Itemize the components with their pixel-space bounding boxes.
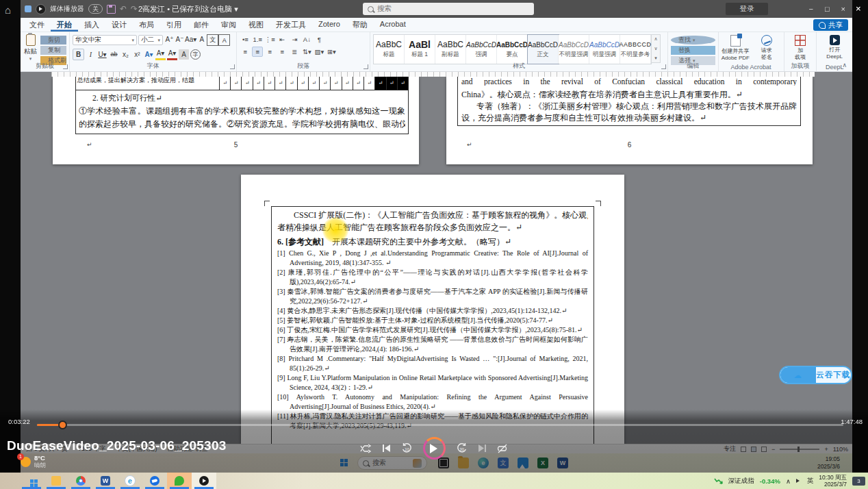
dialog-launcher-icon[interactable] xyxy=(363,64,368,69)
play-button[interactable] xyxy=(423,437,446,460)
multilevel-list-icon[interactable]: ⋮≡ xyxy=(264,34,275,45)
text-effects-icon[interactable]: A▾ xyxy=(144,49,154,60)
style-item[interactable]: AABBCCD 不明显参考 xyxy=(620,35,651,64)
page-6[interactable]: and practices in the revival of Confucia… xyxy=(446,77,813,164)
addins-button[interactable]: 加 载项 xyxy=(787,34,814,60)
player-close-icon[interactable]: × xyxy=(856,3,861,14)
stock-name[interactable]: 深证成指 xyxy=(728,477,754,486)
font-size-combo[interactable]: 小二▾ xyxy=(138,35,163,45)
ribbon-tab[interactable]: 设计 xyxy=(105,18,133,32)
seek-handle[interactable] xyxy=(58,421,67,429)
undo-icon[interactable]: ↶ xyxy=(120,5,127,13)
numbering-icon[interactable]: 1.≡ xyxy=(252,34,263,45)
enclose-char-icon[interactable]: 字 xyxy=(190,49,201,60)
italic-icon[interactable]: I xyxy=(86,49,96,60)
char-shading-icon[interactable]: A xyxy=(179,49,189,60)
paste-button[interactable]: 粘贴 ▾ xyxy=(23,34,38,65)
style-item[interactable]: AaBbC 标题 xyxy=(374,35,405,64)
media-player-icon[interactable] xyxy=(36,4,46,14)
underline-icon[interactable]: U▾ xyxy=(97,49,107,60)
create-share-pdf-button[interactable]: 创建并共享 Adobe PDF xyxy=(722,34,750,61)
copy-icon[interactable]: 复制 xyxy=(40,46,66,55)
seek-bar[interactable] xyxy=(37,424,843,426)
distribute-icon[interactable]: ≣ xyxy=(289,47,300,57)
input-language[interactable]: 英 xyxy=(807,477,814,486)
style-item[interactable]: AaBbCcD 不明显强调 xyxy=(559,35,589,64)
decrease-indent-icon[interactable]: ⇤ xyxy=(277,34,288,45)
duoease-player-icon[interactable] xyxy=(192,473,216,489)
cloud-download-button[interactable]: ☁ 云吞下载 xyxy=(779,366,852,384)
forward-30-icon[interactable]: 30 xyxy=(456,442,468,454)
ribbon-tab[interactable]: 开始 xyxy=(51,18,78,32)
minimize-icon[interactable]: − xyxy=(808,5,813,13)
word-icon[interactable]: W xyxy=(93,473,118,489)
request-signature-button[interactable]: 请求 签名 xyxy=(752,34,781,61)
style-item[interactable]: AaBl 标题 1 xyxy=(405,35,435,64)
increase-indent-icon[interactable]: ⇥ xyxy=(289,34,300,45)
phonetic-guide-icon[interactable]: 文 xyxy=(207,34,218,46)
word-search-box[interactable]: 搜索 xyxy=(363,3,534,15)
tray-expand-icon[interactable]: ∧ xyxy=(786,477,791,485)
style-item[interactable]: AaBbCcD 要点 xyxy=(497,35,528,64)
dingtalk-icon[interactable] xyxy=(142,473,167,489)
ribbon-tab[interactable]: 开发工具 xyxy=(270,18,312,32)
shrink-font-icon[interactable]: A⁻ xyxy=(175,34,185,45)
superscript-icon[interactable]: x² xyxy=(132,49,142,60)
sort-icon[interactable]: A↓ xyxy=(301,34,312,45)
borders-icon[interactable]: ⊞▾ xyxy=(326,47,337,57)
style-item[interactable]: AaBbCcD 明显强调 xyxy=(589,35,620,64)
ribbon-tab[interactable]: 审阅 xyxy=(215,18,242,32)
rewind-10-icon[interactable]: 10 xyxy=(401,442,413,454)
grow-font-icon[interactable]: A⁺ xyxy=(164,34,175,45)
page-7[interactable]: CSSCI 扩展版(二作)：《人工智能广告负面效应：基于顾客旅程的视角》。核心观… xyxy=(241,175,624,444)
page-5[interactable]: 总结成果，提出解决方案，推动应用，结题 ↵↵↵↵↵↵↵↵↵↵↵↵↵↵↵↵↵ 2.… xyxy=(53,77,419,164)
document-area[interactable]: 总结成果，提出解决方案，推动应用，结题 ↵↵↵↵↵↵↵↵↵↵↵↵↵↵↵↵↵ 2.… xyxy=(21,77,852,444)
clear-format-icon[interactable]: A xyxy=(196,34,207,45)
bold-icon[interactable]: B xyxy=(73,49,84,60)
justify-icon[interactable]: ≡ xyxy=(277,47,288,57)
align-center-icon[interactable]: ≡ xyxy=(252,47,263,57)
dialog-launcher-icon[interactable] xyxy=(230,64,235,69)
next-icon[interactable] xyxy=(478,444,487,453)
word-close-icon[interactable]: × xyxy=(841,5,845,13)
show-marks-icon[interactable]: ¶ xyxy=(314,34,324,45)
cut-icon[interactable]: 剪切 xyxy=(40,36,66,45)
find-icon[interactable]: 查找▾ xyxy=(671,36,715,45)
wechat-icon[interactable] xyxy=(167,473,192,489)
ribbon-tab[interactable]: 引用 xyxy=(160,18,188,32)
ribbon-tab[interactable]: 邮件 xyxy=(188,18,215,32)
align-right-icon[interactable]: ≡ xyxy=(264,47,275,57)
style-item[interactable]: AaBbCcD 正文 xyxy=(528,35,559,64)
weather-widget[interactable]: 1 8°C 晴朗 xyxy=(21,455,46,468)
ribbon-tab[interactable]: 文件 xyxy=(23,18,51,32)
font-color-icon[interactable]: A▾ xyxy=(167,48,177,60)
volume-icon[interactable] xyxy=(796,479,802,483)
stock-change[interactable]: -0.34% xyxy=(760,477,780,485)
signin-button[interactable]: 登录 xyxy=(726,3,768,15)
ribbon-tab[interactable]: 插入 xyxy=(78,18,105,32)
maximize-icon[interactable]: □ xyxy=(825,5,830,13)
file-explorer-icon[interactable] xyxy=(44,473,68,489)
strikethrough-icon[interactable]: ab xyxy=(109,49,119,60)
notification-badge[interactable]: 3 xyxy=(852,477,865,486)
ribbon-tab[interactable]: 帮助 xyxy=(346,18,374,32)
style-item[interactable]: AaBbCcD 强调 xyxy=(466,35,497,64)
ribbon-collapse-icon[interactable]: ∧ xyxy=(842,62,847,68)
styles-scrollbar[interactable]: ∧ ∨ ▾ xyxy=(652,34,661,63)
media-player-toggle[interactable]: 关 xyxy=(88,4,103,14)
previous-icon[interactable] xyxy=(382,444,391,453)
font-name-combo[interactable]: 华文中宋▾ xyxy=(73,35,137,45)
shading-icon[interactable]: ▨▾ xyxy=(314,47,324,57)
replace-icon[interactable]: 替换 xyxy=(671,46,715,55)
change-case-icon[interactable]: Aa▾ xyxy=(185,34,196,45)
highlight-color-icon[interactable]: A▾ xyxy=(155,48,166,60)
dialog-launcher-icon[interactable] xyxy=(661,64,666,69)
open-deepl-button[interactable]: 打开 DeepL xyxy=(819,34,850,60)
ribbon-tab[interactable]: 视图 xyxy=(242,18,270,32)
char-border-icon[interactable]: A xyxy=(218,34,230,46)
redo-icon[interactable]: ↷ xyxy=(131,5,138,13)
start-icon[interactable] xyxy=(19,473,44,489)
shuffle-icon[interactable] xyxy=(360,444,372,453)
clock[interactable]: 10:30 周五 2025/3/7 xyxy=(819,474,847,488)
bullets-icon[interactable]: •≡ xyxy=(240,34,251,45)
